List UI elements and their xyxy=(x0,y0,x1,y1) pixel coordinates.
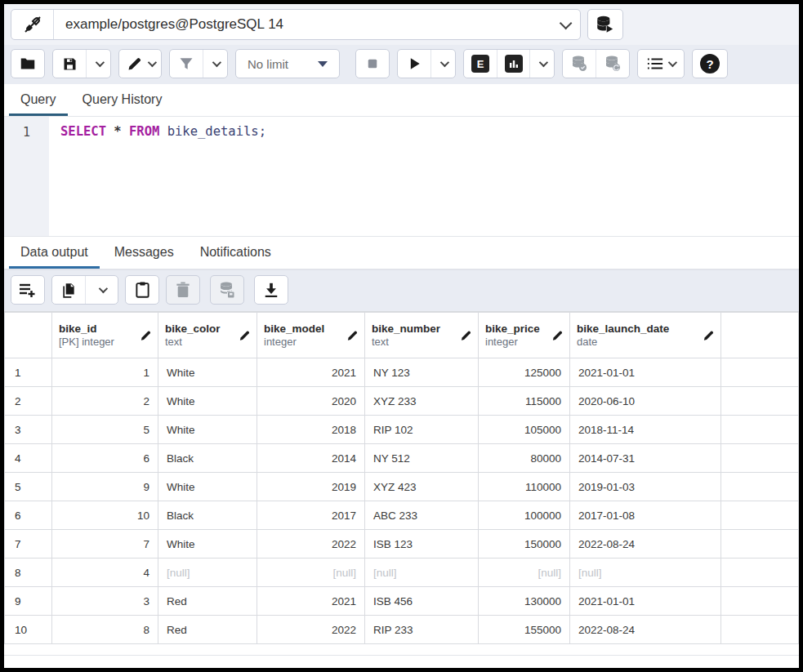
cell-bike_id[interactable]: 1 xyxy=(52,358,158,387)
edit-column-pencil-icon[interactable] xyxy=(551,329,564,341)
cell-bike_model[interactable]: 2021 xyxy=(257,358,365,387)
row-number-cell[interactable]: 2 xyxy=(5,387,52,416)
rollback-button[interactable] xyxy=(596,50,629,78)
save-button[interactable] xyxy=(53,50,86,78)
copy-button[interactable] xyxy=(52,276,85,304)
cell-bike_launch_date[interactable]: 2022-08-24 xyxy=(570,616,721,644)
edit-column-pencil-icon[interactable] xyxy=(346,329,359,341)
cell-bike_number[interactable]: ABC 233 xyxy=(365,501,479,530)
cell-bike_model[interactable]: 2018 xyxy=(257,416,365,444)
execute-menu-button[interactable] xyxy=(430,50,455,78)
column-header-bike_model[interactable]: bike_modelinteger xyxy=(257,313,365,358)
cell-bike_color[interactable]: White xyxy=(158,530,257,559)
commit-button[interactable] xyxy=(563,50,596,78)
cell-bike_price[interactable]: 100000 xyxy=(479,501,570,530)
help-button[interactable]: ? xyxy=(692,49,728,78)
cell-bike_color[interactable]: Red xyxy=(158,587,257,616)
cell-bike_color[interactable]: Red xyxy=(158,616,257,644)
cell-bike_price[interactable]: 115000 xyxy=(479,387,570,416)
cell-bike_color[interactable]: Black xyxy=(158,444,257,473)
result-table[interactable]: bike_id[PK] integerbike_colortextbike_mo… xyxy=(4,312,799,644)
limit-select[interactable]: No limit xyxy=(235,49,340,78)
open-file-button[interactable] xyxy=(11,50,44,78)
row-number-cell[interactable]: 9 xyxy=(5,587,52,616)
explain-analyze-button[interactable] xyxy=(497,50,529,78)
cell-bike_model[interactable]: 2021 xyxy=(257,587,365,616)
column-header-bike_launch_date[interactable]: bike_launch_datedate xyxy=(570,313,721,358)
cell-bike_number[interactable]: XYZ 233 xyxy=(365,387,479,416)
cell-bike_launch_date[interactable]: 2021-01-01 xyxy=(570,587,721,616)
connection-select[interactable]: example/postgres@PostgreSQL 14 xyxy=(54,10,580,39)
cell-bike_color[interactable]: [null] xyxy=(158,559,257,587)
stop-button[interactable] xyxy=(356,50,389,78)
cell-bike_model[interactable]: 2017 xyxy=(257,501,365,530)
cell-bike_launch_date[interactable]: 2022-08-24 xyxy=(570,530,721,559)
cell-bike_number[interactable]: RIP 233 xyxy=(365,616,479,644)
column-header-bike_color[interactable]: bike_colortext xyxy=(158,313,257,358)
cell-bike_model[interactable]: 2020 xyxy=(257,387,365,416)
tab-query[interactable]: Query xyxy=(9,84,68,116)
row-number-cell[interactable]: 3 xyxy=(5,416,52,444)
cell-bike_id[interactable]: 9 xyxy=(52,473,158,501)
cell-bike_color[interactable]: White xyxy=(158,416,257,444)
cell-bike_id[interactable]: 5 xyxy=(52,416,158,444)
cell-bike_launch_date[interactable]: 2021-01-01 xyxy=(570,358,721,387)
tab-data-output[interactable]: Data output xyxy=(9,237,100,269)
download-button[interactable] xyxy=(254,275,288,305)
edit-column-pencil-icon[interactable] xyxy=(239,329,251,341)
tab-messages[interactable]: Messages xyxy=(103,237,185,269)
cell-bike_color[interactable]: Black xyxy=(158,501,257,530)
row-number-cell[interactable]: 6 xyxy=(5,501,52,530)
save-data-changes-button[interactable] xyxy=(210,275,244,305)
explain-button[interactable]: E xyxy=(464,50,497,78)
cell-bike_color[interactable]: White xyxy=(158,473,257,501)
cell-bike_price[interactable]: 130000 xyxy=(479,587,570,616)
cell-bike_launch_date[interactable]: 2017-01-08 xyxy=(570,501,721,530)
cell-bike_number[interactable]: NY 123 xyxy=(365,358,479,387)
cell-bike_id[interactable]: 3 xyxy=(52,587,158,616)
cell-bike_model[interactable]: [null] xyxy=(257,559,365,587)
cell-bike_model[interactable]: 2019 xyxy=(257,473,365,501)
cell-bike_number[interactable]: ISB 123 xyxy=(365,530,479,559)
row-number-cell[interactable]: 1 xyxy=(5,358,52,387)
tab-query-history[interactable]: Query History xyxy=(71,84,174,116)
cell-bike_launch_date[interactable]: [null] xyxy=(570,559,721,587)
cell-bike_price[interactable]: [null] xyxy=(479,559,570,587)
cell-bike_launch_date[interactable]: 2018-11-14 xyxy=(570,416,721,444)
row-number-cell[interactable]: 8 xyxy=(5,559,52,587)
cell-bike_model[interactable]: 2022 xyxy=(257,616,365,644)
paste-button[interactable] xyxy=(125,275,159,305)
save-menu-button[interactable] xyxy=(86,50,110,78)
macros-button[interactable] xyxy=(638,50,684,78)
cell-bike_id[interactable]: 8 xyxy=(52,616,158,644)
delete-row-button[interactable] xyxy=(166,275,200,305)
cell-bike_id[interactable]: 4 xyxy=(52,559,158,587)
sql-code-line[interactable]: SELECT * FROM bike_details; xyxy=(49,117,799,236)
add-row-button[interactable] xyxy=(11,275,45,305)
cell-bike_number[interactable]: [null] xyxy=(365,559,479,587)
cell-bike_price[interactable]: 110000 xyxy=(479,473,570,501)
cell-bike_number[interactable]: NY 512 xyxy=(365,444,479,473)
cell-bike_id[interactable]: 10 xyxy=(52,501,158,530)
cell-bike_price[interactable]: 150000 xyxy=(479,530,570,559)
row-number-cell[interactable]: 10 xyxy=(5,616,52,644)
row-number-cell[interactable]: 5 xyxy=(5,473,52,501)
edit-button[interactable] xyxy=(119,50,161,78)
row-number-cell[interactable]: 4 xyxy=(5,444,52,473)
cell-bike_id[interactable]: 7 xyxy=(52,530,158,559)
cell-bike_price[interactable]: 125000 xyxy=(479,358,570,387)
new-connection-button[interactable] xyxy=(587,9,623,40)
execute-button[interactable] xyxy=(398,50,430,78)
filter-button[interactable] xyxy=(170,50,203,78)
cell-bike_launch_date[interactable]: 2020-06-10 xyxy=(570,387,721,416)
cell-bike_price[interactable]: 155000 xyxy=(479,616,570,644)
cell-bike_price[interactable]: 105000 xyxy=(479,416,570,444)
cell-bike_number[interactable]: XYZ 423 xyxy=(365,473,479,501)
row-number-cell[interactable]: 7 xyxy=(5,530,52,559)
cell-bike_number[interactable]: RIP 102 xyxy=(365,416,479,444)
edit-column-pencil-icon[interactable] xyxy=(703,329,715,341)
column-header-bike_id[interactable]: bike_id[PK] integer xyxy=(52,313,158,358)
sql-editor[interactable]: 1 SELECT * FROM bike_details; xyxy=(4,117,799,236)
copy-menu-button[interactable] xyxy=(85,276,118,304)
edit-column-pencil-icon[interactable] xyxy=(140,329,152,341)
